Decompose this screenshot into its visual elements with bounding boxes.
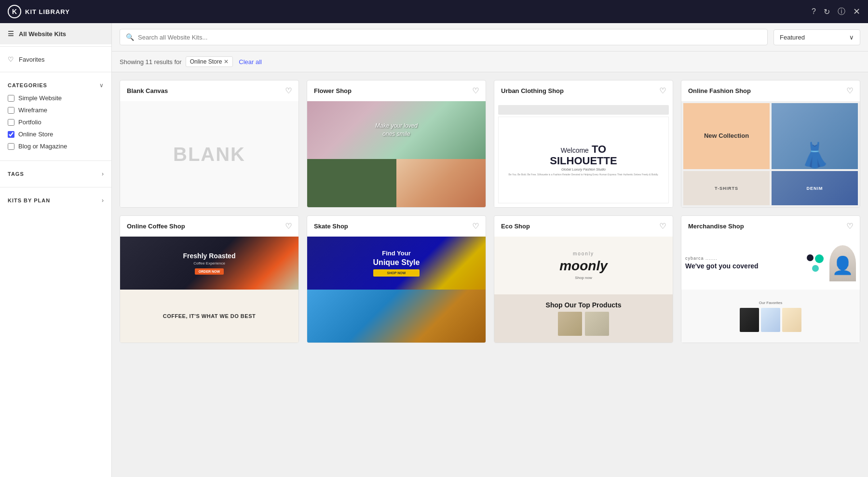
merch-bottom: Our Favorites — [681, 290, 860, 343]
category-blog-magazine[interactable]: Blog or Magazine — [8, 143, 104, 150]
eco-top: moonly moonly Shop now — [494, 237, 673, 294]
silhouette-nav — [498, 105, 669, 115]
tags-header[interactable]: TAGS › — [8, 169, 104, 179]
kit-card-coffee-shop[interactable]: Online Coffee Shop ♡ Freshly Roasted Cof… — [120, 215, 299, 343]
category-wireframe[interactable]: Wireframe — [8, 106, 104, 114]
kit-card-urban-clothing[interactable]: Urban Clothing Shop ♡ Welcome TOSILHOUET… — [494, 80, 673, 208]
kit-card-eco-shop[interactable]: Eco Shop ♡ moonly moonly Shop now Shop O… — [494, 215, 673, 343]
tags-chevron: › — [102, 171, 104, 177]
skate-find-text: Find Your Unique Style SHOP NOW — [373, 250, 420, 277]
sort-dropdown[interactable]: Featured ∨ — [773, 29, 860, 45]
silhouette-preview: Welcome TOSILHOUETTE Global Luxury Fashi… — [494, 101, 673, 207]
fashion-top-row: New Collection 👗 — [683, 103, 858, 169]
kits-by-plan-header[interactable]: KITS BY PLAN › — [8, 195, 104, 206]
eco-preview: moonly moonly Shop now Shop Our Top Prod… — [494, 237, 673, 343]
silhouette-body-text: Be You. Be Bold. Be Free. Silhouette is … — [509, 173, 659, 176]
kit-name-eco-shop: Eco Shop — [501, 223, 530, 230]
silhouette-subtitle: Global Luxury Fashion Studio — [561, 168, 606, 171]
kit-card-header-fashion-shop: Online Fashion Shop ♡ — [681, 80, 860, 101]
categories-header[interactable]: CATEGORIES ∨ — [8, 82, 104, 89]
search-bar-row: 🔍 Featured ∨ — [112, 23, 868, 52]
top-bar-left: K KIT LIBRARY — [8, 5, 70, 18]
close-button[interactable]: ✕ — [853, 6, 860, 17]
favorite-button-skate-shop[interactable]: ♡ — [472, 222, 479, 231]
filter-tag-online-store: Online Store ✕ — [186, 56, 233, 67]
simple-website-checkbox[interactable] — [8, 95, 14, 102]
all-kits-label: All Website Kits — [19, 30, 66, 38]
kit-card-flower-shop[interactable]: Flower Shop ♡ Make your loved ones smile — [307, 80, 486, 208]
sidebar-divider-4 — [0, 187, 111, 187]
search-input[interactable] — [138, 34, 761, 41]
merch-favorites-label: Our Favorites — [759, 301, 782, 305]
favorites-label: Favorites — [19, 56, 44, 63]
blog-magazine-checkbox[interactable] — [8, 143, 14, 150]
category-simple-website[interactable]: Simple Website — [8, 94, 104, 102]
merch-text-block: cybarca ....... We've got you covered — [685, 256, 803, 270]
categories-chevron: ∨ — [99, 82, 104, 89]
favorite-button-blank-canvas[interactable]: ♡ — [285, 86, 292, 95]
portfolio-label: Portfolio — [18, 119, 41, 126]
coffee-preview: Freshly Roasted Coffee Experience ORDER … — [120, 237, 298, 343]
skate-top: Find Your Unique Style SHOP NOW — [307, 237, 486, 290]
fashion-denim-block: DENIM — [772, 171, 858, 205]
heart-icon: ♡ — [8, 55, 14, 63]
skate-preview: Find Your Unique Style SHOP NOW — [307, 237, 486, 343]
skate-btn: SHOP NOW — [373, 269, 420, 277]
sidebar-divider — [0, 46, 111, 47]
kit-name-coffee-shop: Online Coffee Shop — [127, 223, 185, 230]
merch-products-row — [740, 308, 801, 332]
favorite-button-fashion-shop[interactable]: ♡ — [846, 86, 853, 95]
kit-card-merch-shop[interactable]: Merchandise Shop ♡ cybarca ....... We've… — [681, 215, 860, 343]
kit-name-skate-shop: Skate Shop — [314, 223, 348, 230]
search-icon: 🔍 — [126, 33, 134, 41]
wireframe-checkbox[interactable] — [8, 107, 14, 114]
tags-title: TAGS — [8, 171, 24, 177]
favorite-button-flower-shop[interactable]: ♡ — [472, 86, 479, 95]
kit-card-blank-canvas[interactable]: Blank Canvas ♡ BLANK — [120, 80, 299, 208]
favorite-button-eco-shop[interactable]: ♡ — [659, 222, 666, 231]
app-icon: K — [8, 5, 21, 18]
kits-by-plan-chevron: › — [102, 197, 104, 204]
coffee-tagline-text: COFFEE, IT'S WHAT WE DO BEST — [163, 313, 256, 319]
categories-section: CATEGORIES ∨ Simple Website Wireframe Po… — [0, 74, 111, 159]
tags-section: TAGS › — [0, 163, 111, 185]
sidebar-item-all-kits[interactable]: ☰ All Website Kits — [0, 23, 111, 44]
kit-card-fashion-shop[interactable]: Online Fashion Shop ♡ New Collection 👗 T… — [681, 80, 860, 208]
categories-title: CATEGORIES — [8, 82, 47, 88]
category-online-store[interactable]: Online Store — [8, 131, 104, 138]
simple-website-label: Simple Website — [18, 94, 62, 102]
flower-bottom-left — [307, 159, 396, 207]
merch-product-3 — [782, 308, 801, 332]
flower-top: Make your loved ones smile — [307, 101, 486, 159]
favorite-button-merch-shop[interactable]: ♡ — [846, 222, 853, 231]
clear-all-link[interactable]: Clear all — [239, 58, 262, 66]
skate-bottom — [307, 290, 486, 343]
blank-canvas-preview: BLANK — [120, 101, 298, 207]
search-box: 🔍 — [120, 29, 768, 45]
refresh-icon[interactable]: ↻ — [824, 7, 830, 16]
info-icon[interactable]: ⓘ — [838, 7, 845, 17]
coffee-bottom: COFFEE, IT'S WHAT WE DO BEST — [120, 290, 298, 343]
kit-card-header-blank-canvas: Blank Canvas ♡ — [120, 80, 298, 101]
portfolio-checkbox[interactable] — [8, 119, 14, 126]
app-title: KIT LIBRARY — [25, 8, 70, 15]
category-portfolio[interactable]: Portfolio — [8, 119, 104, 126]
silhouette-title: Welcome TOSILHOUETTE — [550, 144, 617, 167]
online-store-checkbox[interactable] — [8, 131, 14, 138]
kit-grid: Blank Canvas ♡ BLANK Flower Shop ♡ Make … — [112, 72, 868, 477]
flower-bottom — [307, 159, 486, 207]
favorite-button-urban-clothing[interactable]: ♡ — [659, 86, 666, 95]
filter-tag-remove-button[interactable]: ✕ — [224, 58, 229, 65]
help-icon[interactable]: ? — [812, 7, 816, 16]
eco-shop-top-products: Shop Our Top Products — [546, 301, 622, 309]
kit-card-header-coffee-shop: Online Coffee Shop ♡ — [120, 216, 298, 237]
sidebar-item-favorites[interactable]: ♡ Favorites — [0, 49, 111, 70]
favorite-button-coffee-shop[interactable]: ♡ — [285, 222, 292, 231]
kit-name-urban-clothing: Urban Clothing Shop — [501, 87, 564, 94]
kit-card-skate-shop[interactable]: Skate Shop ♡ Find Your Unique Style SHOP… — [307, 215, 486, 343]
merch-product-1 — [740, 308, 759, 332]
flower-preview: Make your loved ones smile — [307, 101, 486, 207]
top-bar: K KIT LIBRARY ? ↻ ⓘ ✕ — [0, 0, 868, 23]
silhouette-content: Welcome TOSILHOUETTE Global Luxury Fashi… — [498, 117, 669, 203]
main-layout: ☰ All Website Kits ♡ Favorites CATEGORIE… — [0, 23, 868, 477]
